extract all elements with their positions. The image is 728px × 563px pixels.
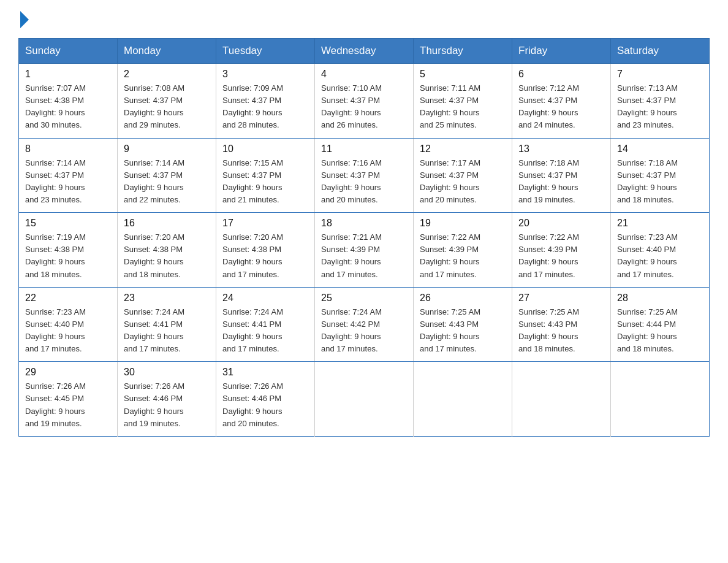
calendar-day-cell: 28Sunrise: 7:25 AMSunset: 4:44 PMDayligh… bbox=[611, 287, 710, 362]
calendar-day-cell: 20Sunrise: 7:22 AMSunset: 4:39 PMDayligh… bbox=[512, 213, 611, 288]
day-number: 8 bbox=[25, 144, 111, 155]
day-number: 1 bbox=[25, 69, 111, 80]
calendar-day-cell: 31Sunrise: 7:26 AMSunset: 4:46 PMDayligh… bbox=[216, 362, 315, 437]
day-sun-info: Sunrise: 7:11 AMSunset: 4:37 PMDaylight:… bbox=[420, 82, 506, 132]
day-number: 9 bbox=[124, 144, 210, 155]
day-number: 28 bbox=[617, 293, 703, 304]
day-number: 6 bbox=[518, 69, 604, 80]
day-sun-info: Sunrise: 7:14 AMSunset: 4:37 PMDaylight:… bbox=[124, 157, 210, 207]
day-number: 31 bbox=[222, 367, 308, 378]
day-number: 19 bbox=[420, 218, 506, 229]
weekday-header-wednesday: Wednesday bbox=[315, 39, 414, 64]
day-sun-info: Sunrise: 7:26 AMSunset: 4:45 PMDaylight:… bbox=[25, 380, 111, 430]
calendar-day-cell: 13Sunrise: 7:18 AMSunset: 4:37 PMDayligh… bbox=[512, 138, 611, 213]
day-number: 16 bbox=[124, 218, 210, 229]
calendar-day-cell: 15Sunrise: 7:19 AMSunset: 4:38 PMDayligh… bbox=[19, 213, 118, 288]
weekday-header-thursday: Thursday bbox=[414, 39, 512, 64]
day-number: 25 bbox=[321, 293, 407, 304]
calendar-day-cell: 18Sunrise: 7:21 AMSunset: 4:39 PMDayligh… bbox=[315, 213, 414, 288]
day-sun-info: Sunrise: 7:26 AMSunset: 4:46 PMDaylight:… bbox=[222, 380, 308, 430]
day-sun-info: Sunrise: 7:20 AMSunset: 4:38 PMDaylight:… bbox=[222, 231, 308, 281]
day-sun-info: Sunrise: 7:25 AMSunset: 4:44 PMDaylight:… bbox=[617, 306, 703, 356]
calendar-day-cell: 12Sunrise: 7:17 AMSunset: 4:37 PMDayligh… bbox=[414, 138, 512, 213]
logo bbox=[18, 12, 31, 27]
calendar-empty-cell bbox=[611, 362, 710, 437]
calendar-day-cell: 1Sunrise: 7:07 AMSunset: 4:38 PMDaylight… bbox=[19, 64, 118, 139]
calendar-day-cell: 23Sunrise: 7:24 AMSunset: 4:41 PMDayligh… bbox=[118, 287, 216, 362]
calendar-week-row: 29Sunrise: 7:26 AMSunset: 4:45 PMDayligh… bbox=[19, 362, 710, 437]
day-sun-info: Sunrise: 7:08 AMSunset: 4:37 PMDaylight:… bbox=[124, 82, 210, 132]
calendar-day-cell: 9Sunrise: 7:14 AMSunset: 4:37 PMDaylight… bbox=[118, 138, 216, 213]
weekday-header-saturday: Saturday bbox=[611, 39, 710, 64]
page-header bbox=[18, 12, 710, 27]
day-number: 11 bbox=[321, 144, 407, 155]
day-sun-info: Sunrise: 7:07 AMSunset: 4:38 PMDaylight:… bbox=[25, 82, 111, 132]
calendar-day-cell: 17Sunrise: 7:20 AMSunset: 4:38 PMDayligh… bbox=[216, 213, 315, 288]
day-number: 13 bbox=[518, 144, 604, 155]
day-number: 12 bbox=[420, 144, 506, 155]
day-number: 29 bbox=[25, 367, 111, 378]
calendar-day-cell: 8Sunrise: 7:14 AMSunset: 4:37 PMDaylight… bbox=[19, 138, 118, 213]
calendar-day-cell: 30Sunrise: 7:26 AMSunset: 4:46 PMDayligh… bbox=[118, 362, 216, 437]
calendar-day-cell: 29Sunrise: 7:26 AMSunset: 4:45 PMDayligh… bbox=[19, 362, 118, 437]
calendar-day-cell: 6Sunrise: 7:12 AMSunset: 4:37 PMDaylight… bbox=[512, 64, 611, 139]
day-number: 14 bbox=[617, 144, 703, 155]
calendar-day-cell: 14Sunrise: 7:18 AMSunset: 4:37 PMDayligh… bbox=[611, 138, 710, 213]
day-sun-info: Sunrise: 7:24 AMSunset: 4:42 PMDaylight:… bbox=[321, 306, 407, 356]
calendar-day-cell: 21Sunrise: 7:23 AMSunset: 4:40 PMDayligh… bbox=[611, 213, 710, 288]
day-number: 18 bbox=[321, 218, 407, 229]
day-number: 10 bbox=[222, 144, 308, 155]
day-sun-info: Sunrise: 7:15 AMSunset: 4:37 PMDaylight:… bbox=[222, 157, 308, 207]
day-sun-info: Sunrise: 7:25 AMSunset: 4:43 PMDaylight:… bbox=[518, 306, 604, 356]
day-sun-info: Sunrise: 7:20 AMSunset: 4:38 PMDaylight:… bbox=[124, 231, 210, 281]
day-number: 24 bbox=[222, 293, 308, 304]
day-number: 2 bbox=[124, 69, 210, 80]
day-number: 15 bbox=[25, 218, 111, 229]
day-sun-info: Sunrise: 7:24 AMSunset: 4:41 PMDaylight:… bbox=[222, 306, 308, 356]
day-sun-info: Sunrise: 7:14 AMSunset: 4:37 PMDaylight:… bbox=[25, 157, 111, 207]
calendar-day-cell: 10Sunrise: 7:15 AMSunset: 4:37 PMDayligh… bbox=[216, 138, 315, 213]
calendar-empty-cell bbox=[414, 362, 512, 437]
day-sun-info: Sunrise: 7:12 AMSunset: 4:37 PMDaylight:… bbox=[518, 82, 604, 132]
calendar-day-cell: 4Sunrise: 7:10 AMSunset: 4:37 PMDaylight… bbox=[315, 64, 414, 139]
weekday-header-sunday: Sunday bbox=[19, 39, 118, 64]
day-sun-info: Sunrise: 7:10 AMSunset: 4:37 PMDaylight:… bbox=[321, 82, 407, 132]
day-sun-info: Sunrise: 7:25 AMSunset: 4:43 PMDaylight:… bbox=[420, 306, 506, 356]
calendar-day-cell: 19Sunrise: 7:22 AMSunset: 4:39 PMDayligh… bbox=[414, 213, 512, 288]
calendar-table: SundayMondayTuesdayWednesdayThursdayFrid… bbox=[18, 38, 710, 437]
day-number: 4 bbox=[321, 69, 407, 80]
calendar-day-cell: 2Sunrise: 7:08 AMSunset: 4:37 PMDaylight… bbox=[118, 64, 216, 139]
day-number: 7 bbox=[617, 69, 703, 80]
day-number: 20 bbox=[518, 218, 604, 229]
day-sun-info: Sunrise: 7:23 AMSunset: 4:40 PMDaylight:… bbox=[617, 231, 703, 281]
weekday-header-row: SundayMondayTuesdayWednesdayThursdayFrid… bbox=[19, 39, 710, 64]
calendar-week-row: 1Sunrise: 7:07 AMSunset: 4:38 PMDaylight… bbox=[19, 64, 710, 139]
calendar-week-row: 15Sunrise: 7:19 AMSunset: 4:38 PMDayligh… bbox=[19, 213, 710, 288]
calendar-day-cell: 11Sunrise: 7:16 AMSunset: 4:37 PMDayligh… bbox=[315, 138, 414, 213]
day-number: 3 bbox=[222, 69, 308, 80]
day-sun-info: Sunrise: 7:21 AMSunset: 4:39 PMDaylight:… bbox=[321, 231, 407, 281]
day-number: 22 bbox=[25, 293, 111, 304]
calendar-day-cell: 25Sunrise: 7:24 AMSunset: 4:42 PMDayligh… bbox=[315, 287, 414, 362]
calendar-day-cell: 22Sunrise: 7:23 AMSunset: 4:40 PMDayligh… bbox=[19, 287, 118, 362]
calendar-day-cell: 3Sunrise: 7:09 AMSunset: 4:37 PMDaylight… bbox=[216, 64, 315, 139]
calendar-week-row: 8Sunrise: 7:14 AMSunset: 4:37 PMDaylight… bbox=[19, 138, 710, 213]
day-number: 23 bbox=[124, 293, 210, 304]
calendar-day-cell: 16Sunrise: 7:20 AMSunset: 4:38 PMDayligh… bbox=[118, 213, 216, 288]
day-sun-info: Sunrise: 7:24 AMSunset: 4:41 PMDaylight:… bbox=[124, 306, 210, 356]
day-sun-info: Sunrise: 7:26 AMSunset: 4:46 PMDaylight:… bbox=[124, 380, 210, 430]
day-number: 5 bbox=[420, 69, 506, 80]
calendar-day-cell: 24Sunrise: 7:24 AMSunset: 4:41 PMDayligh… bbox=[216, 287, 315, 362]
day-number: 21 bbox=[617, 218, 703, 229]
day-number: 30 bbox=[124, 367, 210, 378]
day-sun-info: Sunrise: 7:22 AMSunset: 4:39 PMDaylight:… bbox=[518, 231, 604, 281]
day-sun-info: Sunrise: 7:18 AMSunset: 4:37 PMDaylight:… bbox=[518, 157, 604, 207]
weekday-header-friday: Friday bbox=[512, 39, 611, 64]
day-sun-info: Sunrise: 7:09 AMSunset: 4:37 PMDaylight:… bbox=[222, 82, 308, 132]
day-sun-info: Sunrise: 7:23 AMSunset: 4:40 PMDaylight:… bbox=[25, 306, 111, 356]
day-number: 26 bbox=[420, 293, 506, 304]
calendar-day-cell: 27Sunrise: 7:25 AMSunset: 4:43 PMDayligh… bbox=[512, 287, 611, 362]
day-sun-info: Sunrise: 7:22 AMSunset: 4:39 PMDaylight:… bbox=[420, 231, 506, 281]
calendar-empty-cell bbox=[315, 362, 414, 437]
day-sun-info: Sunrise: 7:16 AMSunset: 4:37 PMDaylight:… bbox=[321, 157, 407, 207]
